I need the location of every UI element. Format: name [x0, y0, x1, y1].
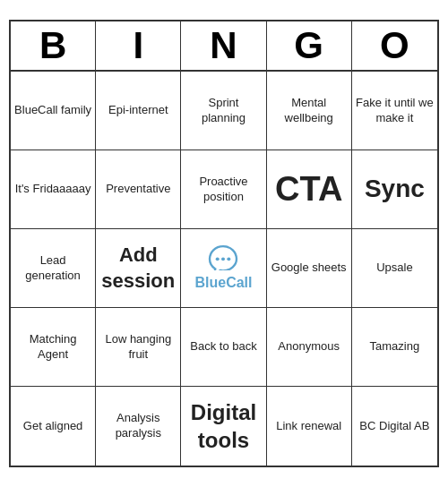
bingo-cell[interactable]: Add session — [96, 229, 181, 308]
bingo-cell[interactable]: Link renewal — [267, 387, 352, 466]
svg-point-0 — [216, 257, 220, 261]
bingo-cell[interactable]: Back to back — [181, 308, 266, 387]
header-b: B — [11, 21, 96, 70]
bingo-cell[interactable]: Anonymous — [267, 308, 352, 387]
svg-point-1 — [222, 257, 226, 261]
bingo-cell[interactable]: BC Digital AB — [352, 387, 437, 466]
bingo-cell[interactable]: Proactive position — [181, 150, 266, 229]
bluecall-text: BlueCall — [194, 274, 252, 293]
bingo-cell[interactable]: Tamazing — [352, 308, 437, 387]
bingo-cell[interactable]: Matching Agent — [11, 308, 96, 387]
bingo-grid: BlueCall familyEpi-internetSprint planni… — [11, 72, 437, 466]
bluecall-logo: BlueCall — [194, 244, 252, 293]
header-o: O — [352, 21, 437, 70]
bingo-cell[interactable]: Low hanging fruit — [96, 308, 181, 387]
header-n: N — [181, 21, 266, 70]
bingo-cell[interactable]: Digital tools — [181, 387, 266, 466]
bingo-cell[interactable]: Fake it until we make it — [352, 72, 437, 150]
bingo-cell[interactable]: BlueCall family — [11, 72, 96, 150]
bingo-cell[interactable]: Analysis paralysis — [96, 387, 181, 466]
bingo-cell[interactable]: Sprint planning — [181, 72, 266, 150]
bingo-cell[interactable]: Upsale — [352, 229, 437, 308]
bingo-cell[interactable]: BlueCall — [181, 229, 266, 308]
bingo-cell[interactable]: CTA — [267, 150, 352, 229]
bingo-header: B I N G O — [11, 21, 437, 72]
bingo-cell[interactable]: Preventative — [96, 150, 181, 229]
bingo-cell[interactable]: It's Fridaaaaay — [11, 150, 96, 229]
bingo-cell[interactable]: Get aligned — [11, 387, 96, 466]
bingo-card: B I N G O BlueCall familyEpi-internetSpr… — [9, 20, 439, 467]
svg-point-2 — [228, 257, 231, 261]
bingo-cell[interactable]: Google sheets — [267, 229, 352, 308]
bingo-cell[interactable]: Mental wellbeing — [267, 72, 352, 150]
bingo-cell[interactable]: Sync — [352, 150, 437, 229]
bingo-cell[interactable]: Lead generation — [11, 229, 96, 308]
header-g: G — [267, 21, 352, 70]
header-i: I — [96, 21, 181, 70]
bingo-cell[interactable]: Epi-internet — [96, 72, 181, 150]
